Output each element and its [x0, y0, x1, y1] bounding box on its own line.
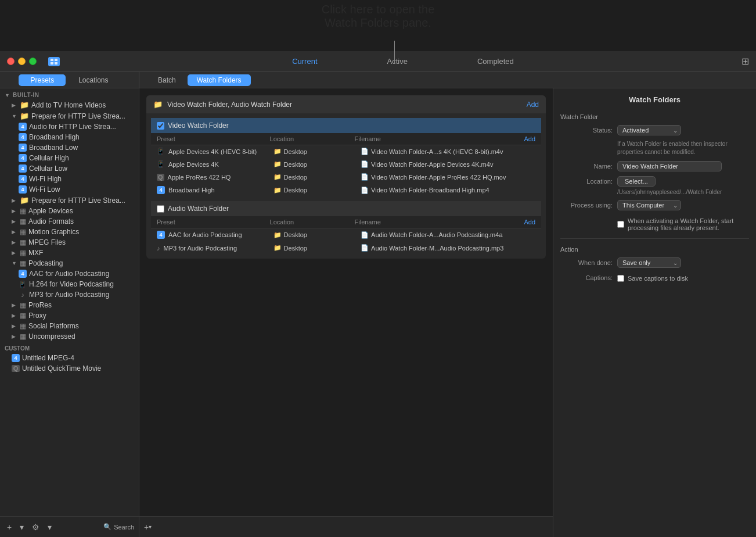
audio-row-1[interactable]: 4 AAC for Audio Podcasting 📁 Desktop 📄 A…: [151, 228, 541, 242]
watch-folder-props-section: Watch Folder Status: Activated Deactivat…: [560, 113, 749, 231]
filename: Audio Watch Folder-A...Audio Podcasting.…: [371, 231, 502, 238]
sidebar-item-audio-http[interactable]: 4 Audio for HTTP Live Strea...: [0, 121, 139, 132]
location-path: /Users/johnnyappleseed/.../Watch Folder: [617, 189, 749, 195]
video-row-1[interactable]: 📱 Apple Devices 4K (HEVC 8-bit) 📁 Deskto…: [151, 145, 541, 158]
sidebar-item-motion-graphics[interactable]: ▶ ▦ Motion Graphics: [0, 227, 139, 237]
tab-completed[interactable]: Completed: [442, 55, 549, 68]
sidebar-item-untitled-mpeg4[interactable]: 4 Untitled MPEG-4: [0, 353, 139, 363]
sidebar-item-mp3-podcasting[interactable]: ♪ MP3 for Audio Podcasting: [0, 289, 139, 300]
main-layout: ▼ BUILT-IN ▶ 📁 Add to TV Home Videos ▼ 📁…: [0, 88, 756, 537]
arrow-icon: ▶: [12, 198, 17, 203]
settings-gear-arrow[interactable]: ▾: [45, 521, 54, 533]
item-label: Add to TV Home Videos: [31, 101, 106, 109]
arrow-icon: ▼: [12, 260, 17, 266]
arrow-icon: ▶: [12, 313, 17, 318]
col-location-header: Location: [270, 219, 355, 225]
sidebar-item-mxf[interactable]: ▶ ▦ MXF: [0, 248, 139, 258]
sidebar-item-broadband-low[interactable]: 4 Broadband Low: [0, 142, 139, 153]
name-input[interactable]: [617, 161, 722, 171]
checkbox-spacer: [560, 215, 613, 217]
audio-row-2[interactable]: ♪ MP3 for Audio Podcasting 📁 Desktop 📄 A…: [151, 242, 541, 254]
video-row-4[interactable]: 4 Broadband High 📁 Desktop 📄 Video Watch…: [151, 184, 541, 196]
sidebar-item-prepare-http2[interactable]: ▶ 📁 Prepare for HTTP Live Strea...: [0, 195, 139, 206]
sidebar-item-apple-devices[interactable]: ▶ ▦ Apple Devices: [0, 206, 139, 216]
when-done-select-wrap: Save only Delete source: [617, 257, 681, 268]
add-preset-button[interactable]: +: [5, 521, 14, 533]
captions-checkbox[interactable]: [617, 275, 624, 282]
sidebar-item-cellular-high[interactable]: 4 Cellular High: [0, 153, 139, 163]
grid-icon: ▦: [20, 301, 26, 309]
sidebar-item-proxy[interactable]: ▶ ▦ Proxy: [0, 310, 139, 321]
when-done-select[interactable]: Save only Delete source: [617, 257, 681, 268]
status-note: If a Watch Folder is enabled then inspec…: [617, 140, 749, 156]
sidebar-item-social-platforms[interactable]: ▶ ▦ Social Platforms: [0, 321, 139, 331]
video-folder-checkbox[interactable]: [157, 122, 164, 130]
video-row-3[interactable]: Q Apple ProRes 422 HQ 📁 Desktop 📄 Video …: [151, 171, 541, 184]
center-add-button[interactable]: +: [144, 522, 149, 532]
tab-presets[interactable]: Presets: [19, 74, 66, 86]
minimize-button[interactable]: [18, 58, 26, 65]
sidebar-item-prores[interactable]: ▶ ▦ ProRes: [0, 300, 139, 310]
activate-checkbox[interactable]: [617, 221, 624, 228]
sidebar-item-wifi-high[interactable]: 4 Wi-Fi High: [0, 174, 139, 184]
col-preset-header: Preset: [157, 135, 270, 142]
col-preset-header: Preset: [157, 219, 270, 225]
sidebar-item-audio-formats[interactable]: ▶ ▦ Audio Formats: [0, 216, 139, 227]
audio-folder-checkbox[interactable]: [157, 205, 164, 213]
sidebar-item-aac-podcasting[interactable]: 4 AAC for Audio Podcasting: [0, 268, 139, 279]
filename: Audio Watch Folder-M...Audio Podcasting.…: [371, 245, 503, 252]
video-folder-header: Video Watch Folder: [151, 118, 541, 133]
item-label: Audio for HTTP Live Strea...: [29, 123, 116, 131]
search-box[interactable]: 🔍 Search: [103, 523, 134, 531]
center-add-arrow[interactable]: ▾: [149, 524, 152, 530]
preset-badge: 4: [157, 186, 165, 194]
sidebar-item-prepare-http[interactable]: ▼ 📁 Prepare for HTTP Live Strea...: [0, 110, 139, 121]
group-add-button[interactable]: Add: [527, 101, 539, 109]
status-row: Status: Activated Deactivated: [560, 125, 749, 135]
status-select[interactable]: Activated Deactivated: [617, 125, 681, 135]
add-preset-arrow[interactable]: ▾: [17, 521, 26, 533]
location-folder-icon: 📁: [273, 187, 282, 194]
tab-bar: Current Active Completed: [64, 55, 741, 68]
video-table-add-button[interactable]: Add: [524, 135, 535, 142]
tab-watch-folders[interactable]: Watch Folders: [188, 74, 251, 86]
sidebar-item-uncompressed[interactable]: ▶ ▦ Uncompressed: [0, 331, 139, 342]
file-icon: 📄: [361, 148, 369, 155]
captions-checkbox-label[interactable]: Save captions to disk: [617, 275, 749, 282]
sidebar-item-h264-podcasting[interactable]: 📱 H.264 for Video Podcasting: [0, 279, 139, 289]
sidebar-item-mpeg-files[interactable]: ▶ ▦ MPEG Files: [0, 237, 139, 248]
location-name: Desktop: [284, 187, 307, 194]
tab-active[interactable]: Active: [352, 55, 442, 68]
badge: 4: [12, 354, 20, 362]
builtin-toggle-icon[interactable]: ▼: [5, 92, 10, 98]
sidebar-item-broadband-high[interactable]: 4 Broadband High: [0, 132, 139, 142]
item-label: MXF: [28, 249, 43, 257]
process-select[interactable]: This Computer: [617, 200, 681, 210]
file-icon: 📄: [361, 187, 369, 194]
settings-icon[interactable]: ⊞: [741, 56, 749, 67]
sidebar-item-untitled-quicktime[interactable]: Q Untitled QuickTime Movie: [0, 363, 139, 374]
settings-gear-button[interactable]: ⚙: [30, 521, 42, 533]
video-row-2[interactable]: 📱 Apple Devices 4K 📁 Desktop 📄 Video Wat…: [151, 158, 541, 171]
sidebar-item-wifi-low[interactable]: 4 Wi-Fi Low: [0, 184, 139, 195]
fullscreen-button[interactable]: [29, 58, 37, 65]
tab-batch[interactable]: Batch: [149, 74, 185, 86]
location-folder-icon: 📁: [273, 148, 282, 155]
close-button[interactable]: [7, 58, 15, 65]
preset-name: Apple ProRes 422 HQ: [168, 174, 231, 181]
file-icon: 📄: [361, 160, 369, 168]
sidebar-item-podcasting[interactable]: ▼ ▦ Podcasting: [0, 258, 139, 268]
process-value: This Computer: [617, 200, 749, 210]
location-select-button[interactable]: Select...: [617, 176, 656, 187]
audio-table-add-button[interactable]: Add: [524, 219, 535, 225]
location-folder-icon: 📁: [273, 244, 282, 252]
sidebar-item-add-tv[interactable]: ▶ 📁 Add to TV Home Videos: [0, 99, 139, 110]
sidebar-item-cellular-low[interactable]: 4 Cellular Low: [0, 163, 139, 174]
filename: Video Watch Folder-Apple Devices 4K.m4v: [371, 161, 493, 168]
captions-value: Save captions to disk: [617, 273, 749, 282]
group-folder-icon: 📁: [153, 100, 163, 109]
tab-current[interactable]: Current: [257, 55, 352, 68]
item-label: Untitled MPEG-4: [22, 354, 74, 362]
tab-locations[interactable]: Locations: [67, 74, 120, 86]
activate-checkbox-label[interactable]: When activating a Watch Folder, start pr…: [617, 217, 749, 231]
